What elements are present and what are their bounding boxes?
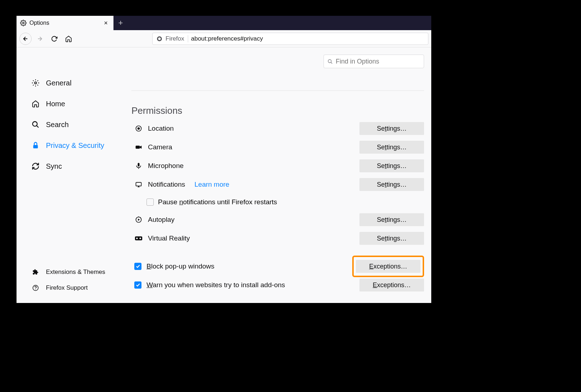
search-icon	[31, 121, 40, 129]
permission-row-autoplay: Autoplay Settings…	[131, 210, 424, 229]
settings-button-camera[interactable]: Settings…	[359, 141, 424, 154]
permission-label: Location	[148, 125, 174, 132]
block-popups-row: Block pop-up windows Exceptions…	[131, 257, 424, 276]
svg-point-0	[23, 22, 24, 24]
settings-button-location[interactable]: Settings…	[359, 122, 424, 135]
camera-icon	[134, 144, 143, 151]
exceptions-highlight: Exceptions…	[352, 256, 424, 277]
settings-button-vr[interactable]: Settings…	[359, 232, 424, 245]
gear-icon	[20, 20, 27, 26]
preferences-main: Find in Options Permissions Location Set…	[131, 47, 431, 303]
lock-icon	[31, 141, 40, 149]
sidebar-item-label: Search	[46, 121, 69, 129]
warn-addons-checkbox[interactable]	[134, 281, 141, 289]
help-icon	[31, 285, 40, 291]
location-icon	[134, 125, 143, 132]
vr-icon	[134, 235, 143, 241]
svg-point-9	[138, 127, 140, 130]
pause-notifications-checkbox[interactable]	[147, 199, 154, 206]
autoplay-icon	[134, 216, 143, 223]
close-icon[interactable]: ×	[102, 19, 110, 27]
url-bar[interactable]: Firefox about:preferences#privacy	[152, 33, 428, 45]
svg-point-8	[328, 59, 331, 62]
home-button[interactable]	[62, 33, 75, 45]
search-placeholder: Find in Options	[336, 58, 379, 65]
svg-point-16	[136, 238, 138, 239]
back-button[interactable]	[19, 33, 32, 45]
sidebar-item-label: Privacy & Security	[46, 141, 104, 150]
sidebar-item-search[interactable]: Search	[31, 114, 131, 135]
sidebar-item-label: Sync	[46, 162, 62, 171]
sync-icon	[31, 162, 40, 170]
svg-point-2	[158, 37, 161, 40]
svg-point-3	[34, 82, 37, 84]
home-icon	[31, 100, 40, 108]
svg-point-7	[35, 289, 36, 290]
identity-box[interactable]: Firefox	[156, 35, 188, 42]
settings-button-notifications[interactable]: Settings…	[359, 178, 424, 191]
preferences-sidebar: General Home Search Privacy & Security	[17, 47, 131, 303]
learn-more-link[interactable]: Learn more	[195, 181, 229, 188]
permission-label: Autoplay	[148, 216, 175, 224]
svg-point-17	[139, 238, 141, 239]
permission-row-notifications: Notifications Learn more Settings…	[131, 175, 424, 194]
permission-label: Microphone	[148, 162, 183, 170]
tab-title: Options	[29, 20, 49, 26]
settings-button-autoplay[interactable]: Settings…	[359, 213, 424, 226]
block-popups-label: Block pop-up windows	[147, 262, 214, 270]
nav-toolbar: Firefox about:preferences#privacy	[17, 30, 431, 47]
permission-row-microphone: Microphone Settings…	[131, 157, 424, 175]
svg-rect-11	[136, 146, 140, 149]
svg-point-4	[33, 122, 37, 126]
permission-label: Notifications	[148, 181, 185, 188]
notifications-icon	[134, 181, 143, 188]
pause-notifications-label: Pause notifications until Firefox restar…	[158, 198, 277, 206]
identity-label: Firefox	[166, 35, 184, 42]
sidebar-item-general[interactable]: General	[31, 73, 131, 93]
warn-addons-label: Warn you when websites try to install ad…	[147, 281, 285, 289]
sidebar-item-label: General	[46, 79, 71, 87]
new-tab-button[interactable]: +	[113, 16, 128, 30]
pause-notifications-row: Pause notifications until Firefox restar…	[131, 194, 424, 210]
svg-rect-13	[136, 182, 141, 186]
tab-options[interactable]: Options ×	[17, 16, 113, 30]
sidebar-item-support[interactable]: Firefox Support	[31, 280, 131, 296]
permission-row-location: Location Settings…	[131, 119, 424, 138]
forward-button[interactable]	[34, 33, 46, 45]
svg-rect-15	[135, 237, 142, 241]
svg-rect-5	[33, 145, 38, 148]
puzzle-icon	[31, 269, 40, 275]
permission-row-camera: Camera Settings…	[131, 138, 424, 157]
gear-icon	[31, 79, 40, 87]
microphone-icon	[134, 162, 143, 169]
block-popups-checkbox[interactable]	[134, 263, 141, 270]
exceptions-button-addons[interactable]: Exceptions…	[359, 279, 424, 291]
search-icon	[327, 59, 333, 64]
warn-addons-row: Warn you when websites try to install ad…	[131, 276, 424, 294]
tab-strip: Options × +	[17, 16, 431, 30]
permission-label: Camera	[148, 143, 172, 151]
url-text: about:preferences#privacy	[191, 35, 263, 42]
permission-label: Virtual Reality	[148, 234, 190, 242]
firefox-icon	[156, 36, 163, 42]
sidebar-item-label: Extensions & Themes	[46, 269, 105, 276]
sidebar-item-privacy[interactable]: Privacy & Security	[31, 135, 131, 156]
sidebar-item-label: Home	[46, 100, 65, 108]
sidebar-item-label: Firefox Support	[46, 284, 88, 291]
sidebar-item-extensions[interactable]: Extensions & Themes	[31, 264, 131, 280]
reload-button[interactable]	[48, 33, 60, 45]
permission-row-vr: Virtual Reality Settings…	[131, 229, 424, 248]
browser-window: Options × + Firefox about:preferences#	[17, 16, 431, 303]
preferences-content: General Home Search Privacy & Security	[17, 47, 431, 303]
section-title-permissions: Permissions	[131, 90, 424, 116]
find-in-options[interactable]: Find in Options	[324, 55, 424, 68]
sidebar-item-sync[interactable]: Sync	[31, 156, 131, 177]
sidebar-item-home[interactable]: Home	[31, 93, 131, 114]
settings-button-microphone[interactable]: Settings…	[359, 159, 424, 172]
svg-rect-12	[138, 163, 140, 167]
exceptions-button-popups[interactable]: Exceptions…	[356, 260, 420, 273]
